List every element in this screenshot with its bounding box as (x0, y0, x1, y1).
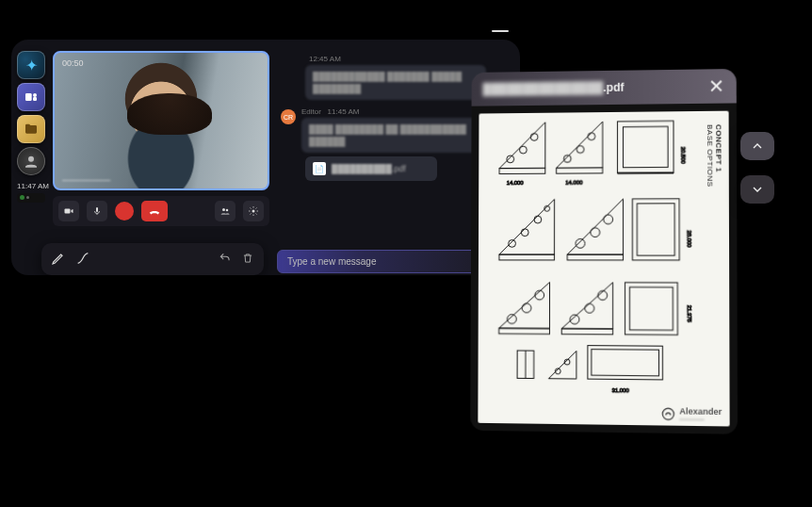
hangup-button[interactable] (141, 201, 168, 221)
svg-rect-0 (25, 93, 32, 101)
svg-rect-27 (499, 254, 555, 260)
svg-point-13 (563, 155, 571, 162)
svg-rect-17 (617, 121, 674, 172)
svg-point-24 (521, 229, 528, 237)
brand-logo-icon (662, 407, 675, 421)
svg-text:21.375: 21.375 (686, 305, 691, 322)
app-sidebar: ✦ 11:47 AM (17, 51, 49, 203)
svg-rect-32 (632, 199, 679, 260)
message-author: Editor (301, 107, 321, 116)
settings-button[interactable] (243, 201, 264, 221)
svg-rect-33 (637, 204, 674, 255)
pen-tool-icon[interactable] (51, 251, 66, 269)
svg-point-14 (577, 146, 584, 154)
message-meta: Editor 11:45 AM (301, 107, 486, 116)
phone-icon[interactable] (20, 195, 24, 200)
svg-text:14.000: 14.000 (507, 180, 524, 186)
status-dot (26, 196, 29, 199)
svg-point-8 (252, 210, 255, 213)
message-time: 11:45 AM (328, 107, 360, 116)
svg-text:20.500: 20.500 (680, 147, 686, 164)
svg-point-7 (226, 209, 229, 212)
svg-point-25 (534, 216, 542, 223)
participant-name: ──────── (62, 175, 110, 185)
app-icon-browser[interactable]: ✦ (17, 51, 45, 79)
pdf-title-ext: .pdf (603, 81, 624, 94)
pdf-titlebar[interactable]: ███████████████.pdf ✕ (472, 69, 737, 106)
svg-point-23 (509, 240, 516, 248)
file-icon: 📄 (313, 162, 326, 175)
svg-rect-50 (588, 346, 663, 380)
app-icon-avatar[interactable] (17, 147, 45, 175)
svg-rect-12 (499, 168, 545, 173)
svg-rect-5 (96, 207, 98, 212)
pdf-footer: Alexander ────── (485, 404, 722, 423)
pdf-title: ███████████████.pdf (482, 81, 624, 96)
video-call-card: 00:50 ──────── (53, 51, 269, 226)
svg-point-53 (663, 408, 674, 419)
undo-icon[interactable] (219, 252, 232, 268)
svg-rect-2 (33, 97, 37, 101)
chat-panel: 12:45 AM ████████████ ███████ █████ ████… (275, 51, 492, 273)
chat-scroll[interactable]: 12:45 AM ████████████ ███████ █████ ████… (275, 51, 492, 246)
video-tile[interactable]: 00:50 ──────── (53, 51, 269, 190)
status-strip (17, 193, 45, 203)
avatar: CR (281, 109, 296, 124)
pdf-title-masked: ███████████████ (482, 81, 603, 96)
svg-rect-38 (499, 328, 550, 334)
footer-brand: Alexander (679, 406, 722, 417)
compose-input[interactable]: Type a new message (277, 250, 490, 273)
app-icon-files[interactable] (17, 115, 45, 143)
svg-rect-31 (567, 254, 623, 260)
svg-rect-51 (592, 350, 659, 376)
message-body: ████████████ ███████ █████ ████████ (305, 65, 486, 100)
svg-point-10 (520, 146, 528, 154)
svg-point-36 (522, 303, 531, 313)
svg-point-9 (507, 155, 514, 163)
chat-message: CR Editor 11:45 AM ████ ████████ ██ ████… (281, 107, 486, 181)
camera-button[interactable] (58, 201, 79, 221)
people-button[interactable] (215, 201, 235, 221)
svg-rect-43 (625, 283, 677, 335)
svg-text:31.000: 31.000 (612, 387, 629, 393)
engineering-drawing: 14.000 14.000 20.500 28.000 (485, 119, 722, 400)
svg-point-40 (585, 303, 594, 313)
svg-rect-42 (561, 329, 612, 335)
message-time: 12:45 AM (309, 55, 486, 63)
call-timer: 00:50 (62, 58, 84, 68)
eraser-tool-icon[interactable] (75, 251, 90, 269)
page-down-button[interactable] (740, 175, 774, 204)
trash-icon[interactable] (241, 252, 254, 268)
file-attachment[interactable]: 📄 ██████████.pdf (305, 156, 437, 181)
app-icon-teams[interactable] (17, 83, 45, 111)
clock-time: 11:47 AM (17, 183, 49, 191)
svg-point-3 (28, 156, 34, 162)
svg-text:14.000: 14.000 (565, 180, 582, 186)
svg-rect-44 (629, 287, 673, 331)
annotation-toolbar (41, 243, 264, 275)
mic-button[interactable] (87, 201, 107, 221)
svg-point-15 (588, 133, 595, 140)
chat-message: 12:45 AM ████████████ ███████ █████ ████… (281, 55, 486, 100)
close-icon[interactable]: ✕ (708, 74, 725, 97)
svg-point-30 (604, 215, 613, 224)
svg-rect-4 (65, 209, 71, 214)
svg-point-29 (591, 228, 600, 237)
page-up-button[interactable] (740, 132, 774, 160)
record-button[interactable] (115, 202, 134, 221)
svg-point-6 (222, 208, 225, 211)
message-body: ████ ████████ ██ ███████████ ██████ (301, 118, 486, 153)
svg-rect-18 (623, 126, 668, 168)
svg-point-11 (530, 133, 538, 140)
svg-point-28 (576, 238, 585, 248)
svg-point-1 (33, 93, 37, 97)
call-controls (53, 196, 269, 226)
svg-text:28.000: 28.000 (686, 230, 691, 247)
footer-sub: ────── (679, 417, 722, 423)
pdf-body: CONCEPT 1 BASE OPTIONS (470, 103, 738, 433)
svg-rect-16 (557, 168, 603, 173)
pdf-page[interactable]: CONCEPT 1 BASE OPTIONS (478, 111, 729, 427)
sidebar-clock: 11:47 AM (17, 183, 49, 203)
file-name: ██████████.pdf (332, 164, 406, 173)
pdf-window: ███████████████.pdf ✕ CONCEPT 1 BASE OPT… (470, 69, 738, 434)
